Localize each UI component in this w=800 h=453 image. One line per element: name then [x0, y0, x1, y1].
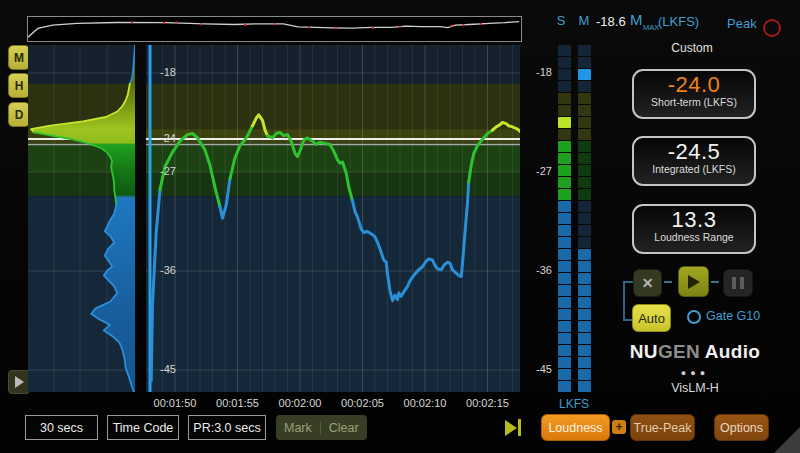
meter-scale-label: -18 [524, 66, 552, 78]
meter-segment [578, 105, 591, 116]
meter-scale-label: -45 [524, 363, 552, 375]
meter-segment [558, 249, 571, 260]
logo-dots: ●●● [628, 368, 762, 378]
options-button[interactable]: Options [714, 414, 769, 441]
add-tab-button[interactable]: + [612, 420, 626, 434]
practical-range-selector[interactable]: PR:3.0 secs [188, 415, 266, 440]
skip-to-end-icon [505, 420, 517, 436]
clear-button[interactable]: Clear [320, 421, 367, 435]
meter-segment [578, 57, 591, 68]
close-icon: ✕ [642, 275, 654, 291]
mark-clear-group: Mark Clear [276, 415, 367, 440]
distribution-histogram-svg [28, 45, 135, 392]
meter-segment [558, 369, 571, 380]
x-tick-label: 00:02:10 [395, 397, 455, 409]
meter-segment [558, 81, 571, 92]
meter-segment [578, 249, 591, 260]
meter-segment [558, 285, 571, 296]
transport-connector [664, 281, 672, 283]
meter-segment [558, 345, 571, 356]
true-peak-tab-button[interactable]: True-Peak [630, 414, 695, 441]
meter-segment [558, 177, 571, 188]
window-length-selector[interactable]: 30 secs [25, 415, 98, 440]
meter-segment [578, 333, 591, 344]
meter-segment [558, 45, 571, 56]
x-tick-label: 00:01:55 [208, 397, 268, 409]
view-button-momentary[interactable]: M [8, 45, 30, 70]
history-overview-strip[interactable] [27, 16, 522, 42]
short-term-value: -24.0 [634, 72, 754, 98]
meter-segment [578, 345, 591, 356]
overview-waveform [28, 17, 519, 39]
meter-segment [558, 213, 571, 224]
auto-button[interactable]: Auto [632, 304, 671, 332]
meter-segment [578, 309, 591, 320]
meter-segment [558, 297, 571, 308]
meter-segment [578, 261, 591, 272]
loudness-tab-button[interactable]: Loudness [541, 414, 610, 441]
mark-button[interactable]: Mark [276, 421, 320, 435]
meter-segment [558, 141, 571, 152]
meter-segment [578, 369, 591, 380]
meter-segment [578, 225, 591, 236]
meter-header-m: M [576, 13, 592, 28]
meter-segment [578, 297, 591, 308]
peak-indicator-light[interactable] [763, 19, 781, 37]
meter-segment [578, 381, 591, 392]
y-tick-label: -45 [160, 363, 176, 375]
meter-segment [578, 177, 591, 188]
x-tick-label: 00:02:00 [270, 397, 330, 409]
history-graph-svg [146, 45, 520, 392]
expand-panel-button[interactable] [8, 370, 30, 394]
play-button[interactable] [678, 266, 709, 297]
product-name: VisLM-H [628, 381, 762, 395]
integrated-readout: -24.5 Integrated (LKFS) [632, 136, 756, 186]
y-tick-label: -18 [160, 66, 176, 78]
view-button-distribution[interactable]: D [8, 102, 30, 127]
meter-segment [558, 57, 571, 68]
meter-segment [578, 165, 591, 176]
short-term-meter-bar [558, 45, 571, 393]
meter-segment [558, 321, 571, 332]
meter-segment [558, 237, 571, 248]
x-tick-label: 00:01:50 [145, 397, 205, 409]
meter-segment [558, 105, 571, 116]
meter-segment [558, 225, 571, 236]
meter-segment [558, 261, 571, 272]
meter-segment [558, 201, 571, 212]
meter-segment [578, 93, 591, 104]
pause-button[interactable] [723, 269, 753, 297]
reset-button[interactable]: ✕ [633, 269, 662, 297]
meter-segment [558, 357, 571, 368]
gate-radio[interactable] [687, 310, 701, 324]
meter-segment [558, 117, 571, 128]
loudness-range-label: Loudness Range [634, 231, 754, 243]
meter-segment [578, 237, 591, 248]
meter-segment [578, 357, 591, 368]
meter-segment [558, 129, 571, 140]
integrated-value: -24.5 [634, 139, 754, 165]
x-tick-label: 00:02:15 [458, 397, 518, 409]
meter-segment [578, 117, 591, 128]
mmax-unit-label: (LKFS) [658, 14, 699, 29]
mmax-sub-label: MAX [643, 23, 659, 32]
preset-name: Custom [632, 41, 752, 55]
short-term-readout: -24.0 Short-term (LKFS) [632, 69, 756, 119]
transport-connector [711, 281, 719, 283]
meter-segment [578, 189, 591, 200]
pause-icon [732, 277, 736, 289]
meter-segment [578, 129, 591, 140]
loudness-history-panel [146, 45, 520, 392]
y-tick-label: -24 [160, 132, 176, 144]
meter-segment [558, 309, 571, 320]
resize-grip[interactable] [774, 427, 800, 453]
x-tick-label: 00:02:05 [333, 397, 393, 409]
skip-to-end-button[interactable] [505, 419, 521, 436]
momentary-meter-bar [578, 45, 591, 393]
gate-label[interactable]: Gate G10 [706, 309, 760, 323]
meter-segment [558, 69, 571, 80]
meter-segment [558, 333, 571, 344]
meter-unit-label: LKFS [548, 397, 600, 411]
timecode-mode-selector[interactable]: Time Code [107, 415, 179, 440]
view-button-history[interactable]: H [8, 73, 30, 98]
